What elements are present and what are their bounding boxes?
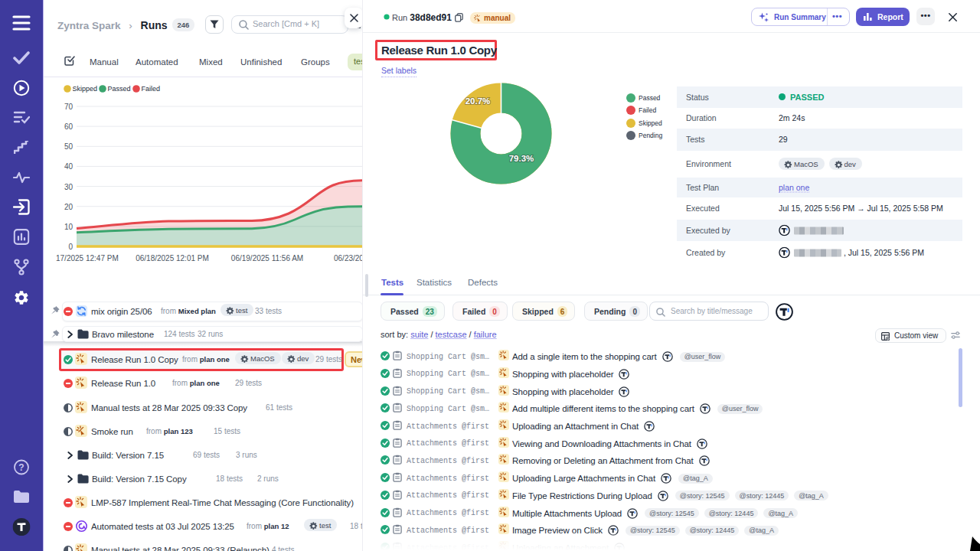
svg-text:10: 10 (64, 223, 74, 231)
svg-text:60: 60 (64, 122, 74, 131)
svg-text:40: 40 (64, 162, 74, 171)
svg-text:Passed: Passed (108, 85, 131, 93)
svg-text:20: 20 (64, 203, 74, 211)
svg-text:?: ? (18, 462, 24, 473)
svg-text:50: 50 (64, 142, 74, 151)
svg-text:30: 30 (64, 183, 74, 191)
svg-text:06/19/2025 11:56 AM: 06/19/2025 11:56 AM (231, 254, 303, 262)
svg-text:06/18/2025 12:01 PM: 06/18/2025 12:01 PM (136, 254, 209, 262)
svg-text:Skipped: Skipped (73, 85, 98, 93)
svg-text:17/2025 12:47 PM: 17/2025 12:47 PM (56, 254, 119, 262)
svg-text:70: 70 (64, 103, 74, 111)
svg-text:Failed: Failed (142, 85, 161, 93)
svg-text:0: 0 (68, 243, 73, 251)
svg-text:06/23/2025 11:02 AM: 06/23/2025 11:02 AM (334, 254, 362, 262)
